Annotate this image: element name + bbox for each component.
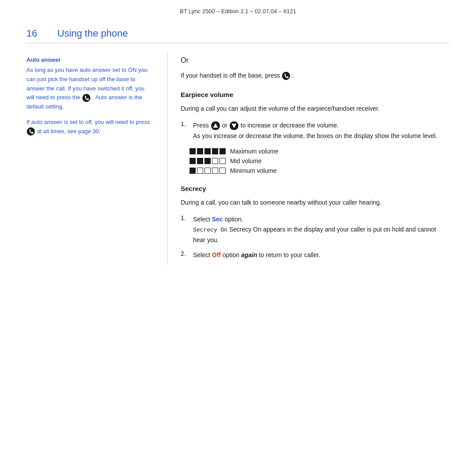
- box-empty: [212, 168, 218, 174]
- box-filled: [219, 148, 226, 154]
- page-header: BT Lyric 2500 – Edition 2.1 – 02.07.04 –…: [0, 0, 476, 19]
- box-empty: [212, 158, 218, 164]
- box-filled: [190, 168, 196, 174]
- sidebar: Auto answer As long as you have auto ans…: [26, 52, 167, 265]
- volume-max-label: Maximum volume: [230, 148, 279, 155]
- up-arrow-icon: [211, 121, 220, 131]
- handset-off-line: If your handset is off the base, press .: [181, 71, 450, 80]
- volume-row-max: Maximum volume: [190, 148, 450, 155]
- secrecy-step1: 1. Select Sec option. Secrecy On Secrecy…: [181, 214, 450, 246]
- volume-min-label: Minimum volume: [230, 167, 277, 174]
- earpiece-section: Earpiece volume During a call you can ad…: [181, 91, 450, 174]
- box-filled: [212, 148, 218, 154]
- box-filled: [205, 148, 211, 154]
- sec-highlight: Sec: [212, 216, 223, 223]
- secrecy-step2: 2. Select Off option again to return to …: [181, 250, 450, 261]
- earpiece-intro: During a call you can adjust the volume …: [181, 104, 450, 114]
- phone-icon-3: [282, 71, 290, 80]
- volume-mid-label: Mid volume: [230, 157, 262, 165]
- box-filled: [190, 148, 196, 154]
- earpiece-heading: Earpiece volume: [181, 91, 450, 98]
- box-empty: [197, 168, 203, 174]
- secrecy-intro: During a call, you can talk to someone n…: [181, 198, 450, 208]
- off-highlight: Off: [212, 251, 221, 258]
- box-filled: [197, 148, 203, 154]
- box-filled: [190, 158, 196, 164]
- volume-boxes: Maximum volume Mid volume: [190, 148, 450, 174]
- main-content: Or If your handset is off the base, pres…: [181, 52, 450, 265]
- sidebar-para2: If auto answer is set to off, you will n…: [26, 118, 154, 136]
- sidebar-section-title: Auto answer: [26, 56, 154, 63]
- svg-point-2: [282, 72, 290, 80]
- sidebar-para1: As long as you have auto answer set to O…: [26, 66, 154, 112]
- phone-icon-1: [82, 94, 91, 102]
- secrecy-steps: 1. Select Sec option. Secrecy On Secrecy…: [181, 214, 450, 261]
- box-empty: [205, 168, 211, 174]
- earpiece-step1: 1. Press or to: [181, 120, 450, 142]
- phone-icon-2: [26, 127, 35, 136]
- boxes-mid: [190, 158, 226, 164]
- box-filled: [197, 158, 203, 164]
- step1-content: Press or to increase or decrease the v: [193, 120, 437, 142]
- secrecy-step2-content: Select Off option again to return to you…: [193, 250, 320, 261]
- header-title: BT Lyric 2500 – Edition 2.1 – 02.07.04 –…: [180, 8, 296, 15]
- box-empty: [219, 168, 226, 174]
- volume-row-min: Minimum volume: [190, 167, 450, 174]
- secrecy-heading: Secrecy: [181, 185, 450, 192]
- boxes-max: [190, 148, 226, 154]
- chapter-title: Using the phone: [57, 28, 128, 39]
- svg-point-1: [27, 127, 35, 135]
- secrecy-section: Secrecy During a call, you can talk to s…: [181, 185, 450, 261]
- chapter-number: 16: [26, 28, 44, 39]
- down-arrow-icon: [229, 121, 239, 131]
- or-heading: Or: [181, 56, 450, 64]
- volume-row-mid: Mid volume: [190, 157, 450, 165]
- boxes-min: [190, 168, 226, 174]
- secrecy-step1-content: Select Sec option. Secrecy On Secrecy On…: [193, 214, 450, 246]
- chapter-header: 16 Using the phone: [26, 19, 450, 43]
- secrecy-step1-number: 1.: [181, 214, 190, 221]
- box-filled: [205, 158, 211, 164]
- box-empty: [219, 158, 226, 164]
- again-text: again: [241, 251, 257, 258]
- secrecy-on-display: Secrecy On: [193, 227, 227, 233]
- content-area: Auto answer As long as you have auto ans…: [26, 52, 450, 265]
- step1-number: 1.: [181, 120, 190, 127]
- svg-point-0: [82, 94, 90, 102]
- secrecy-step2-number: 2.: [181, 250, 190, 257]
